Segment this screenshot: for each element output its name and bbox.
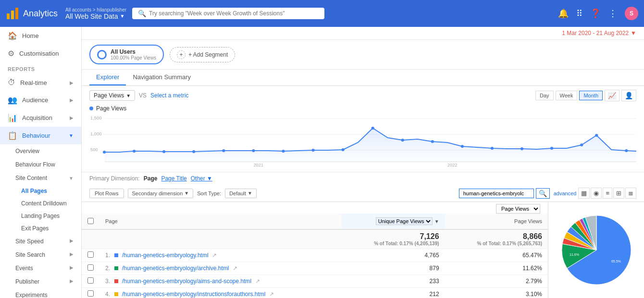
bar-chart-type-button[interactable]: 👤: [621, 90, 636, 101]
dim-page-link[interactable]: Page: [144, 175, 158, 182]
notifications-icon[interactable]: 🔔: [558, 8, 569, 19]
svg-text:1,500: 1,500: [90, 116, 101, 120]
help-icon[interactable]: ❓: [590, 8, 601, 19]
data-table: Page Views Page: [82, 202, 548, 298]
sidebar: 🏠 Home ⚙ Customisation REPORTS ⏱ Real-ti…: [0, 27, 82, 298]
data-table-area: Page Views Page: [82, 202, 644, 298]
table-row: 1. /human-genetics-embryology.html ↗ 4,7…: [82, 249, 548, 262]
tab-bar: Explorer Navigation Summary: [82, 70, 644, 86]
acquisition-expand-icon: ▶: [70, 115, 74, 120]
add-segment-button[interactable]: + + Add Segment: [170, 47, 235, 62]
sidebar-exit-pages[interactable]: Exit Pages: [0, 222, 81, 235]
table-row: 4. /human-genetics-embryology/instructio…: [82, 288, 548, 298]
advanced-link[interactable]: advanced: [554, 191, 577, 196]
page-link[interactable]: /human-genetics-embryology/aims-and-scop…: [122, 278, 251, 285]
external-link-icon[interactable]: ↗: [255, 278, 260, 285]
page-link[interactable]: /human-genetics-embryology.html: [122, 252, 209, 259]
svg-rect-2: [15, 8, 18, 19]
sidebar-landing-pages[interactable]: Landing Pages: [0, 210, 81, 222]
month-period-button[interactable]: Month: [579, 91, 603, 100]
external-link-icon[interactable]: ↗: [233, 265, 237, 272]
table-right-controls: 🔍 advanced ▦ ◉ ≡ ⊞ ≣: [459, 188, 636, 199]
svg-text:1,000: 1,000: [90, 131, 101, 136]
secondary-dimension-dropdown[interactable]: Secondary dimension ▼: [128, 189, 194, 198]
row-checkbox[interactable]: [87, 251, 94, 258]
chart-container: 1,500 1,000 500 2021 2022: [89, 114, 636, 168]
sidebar-overview[interactable]: Overview: [0, 144, 81, 158]
sidebar-behaviour-flow[interactable]: Behaviour Flow: [0, 158, 81, 171]
svg-point-24: [461, 145, 464, 148]
table-total-row: 7,126 % of Total: 0.17% (4,205,139) 8,86…: [82, 229, 548, 249]
apps-icon[interactable]: ⠿: [576, 8, 582, 19]
audience-icon: 👥: [8, 95, 17, 105]
svg-text:11.6%: 11.6%: [570, 253, 579, 256]
all-users-segment[interactable]: All Users 100.00% Page Views: [89, 45, 164, 64]
pie-view-button[interactable]: ◉: [591, 188, 602, 199]
segment-info: All Users 100.00% Page Views: [111, 48, 156, 60]
tab-explorer[interactable]: Explorer: [89, 70, 126, 85]
account-name[interactable]: All Web Site Data ▼: [65, 12, 126, 20]
sidebar-site-content[interactable]: Site Content ▼: [0, 171, 81, 185]
tab-navigation-summary[interactable]: Navigation Summary: [126, 70, 198, 85]
sidebar-all-pages[interactable]: All Pages: [0, 185, 81, 197]
data-view-button[interactable]: ▦: [578, 188, 590, 199]
reports-section-label: REPORTS: [0, 62, 81, 74]
svg-point-18: [282, 150, 285, 153]
compare-view-button[interactable]: ≣: [625, 188, 636, 199]
sort-type-dropdown[interactable]: Default ▼: [225, 189, 257, 198]
events-icon: ▶: [70, 265, 74, 272]
behaviour-icon: 📋: [8, 131, 17, 140]
sidebar-item-acquisition[interactable]: 📊 Acquisition ▶: [0, 109, 81, 127]
segment-bar: All Users 100.00% Page Views + + Add Seg…: [82, 40, 644, 70]
user-avatar[interactable]: S: [625, 7, 638, 20]
line-chart-type-button[interactable]: 📈: [605, 90, 619, 101]
search-bar[interactable]: 🔍: [132, 8, 324, 19]
sidebar-item-customisation[interactable]: ⚙ Customisation: [0, 45, 81, 62]
segment-pct: 100.00% Page Views: [111, 55, 156, 60]
day-period-button[interactable]: Day: [535, 91, 554, 100]
table-row: 2. /human-genetics-embryology/archive.ht…: [82, 262, 548, 275]
svg-rect-1: [11, 11, 14, 19]
sidebar-item-home[interactable]: 🏠 Home: [0, 27, 81, 45]
unique-page-views-header[interactable]: Unique Page Views ▼: [342, 214, 445, 229]
page-column-header[interactable]: Page: [99, 214, 342, 229]
select-metric-link[interactable]: Select a metric: [150, 92, 188, 99]
page-link[interactable]: /human-genetics-embryology/instructionsf…: [122, 291, 266, 298]
sort-down-icon: ▼: [434, 219, 439, 224]
sidebar-item-audience[interactable]: 👥 Audience ▶: [0, 91, 81, 109]
filter-search-input[interactable]: [459, 189, 534, 198]
sidebar-site-speed[interactable]: Site Speed ▶: [0, 235, 81, 248]
contribution-select[interactable]: Page Views: [496, 204, 540, 214]
page-views-dropdown[interactable]: Page Views ▼: [89, 90, 135, 101]
date-range[interactable]: 1 Mar 2020 - 21 Aug 2022 ▼: [562, 30, 636, 36]
sidebar-site-search[interactable]: Site Search ▶: [0, 248, 81, 262]
sidebar-experiments[interactable]: Experiments: [0, 288, 81, 298]
row-color-dot: [114, 292, 118, 296]
sidebar-item-behaviour[interactable]: 📋 Behaviour ▼: [0, 127, 81, 144]
sidebar-publisher[interactable]: Publisher ▶: [0, 275, 81, 288]
external-link-icon[interactable]: ↗: [212, 252, 217, 259]
sidebar-content-drilldown[interactable]: Content Drilldown: [0, 197, 81, 210]
sidebar-item-realtime[interactable]: ⏱ Real-time ▶: [0, 74, 81, 91]
svg-point-29: [595, 134, 598, 137]
search-input[interactable]: [149, 10, 319, 17]
dim-page-title-link[interactable]: Page Title: [161, 175, 186, 182]
svg-point-27: [550, 147, 553, 150]
select-all-checkbox[interactable]: [87, 218, 94, 224]
week-period-button[interactable]: Week: [556, 91, 578, 100]
external-link-icon[interactable]: ↗: [269, 291, 274, 298]
unique-pv-select[interactable]: Unique Page Views: [376, 217, 433, 225]
row-checkbox[interactable]: [87, 277, 94, 284]
main-layout: 🏠 Home ⚙ Customisation REPORTS ⏱ Real-ti…: [0, 27, 644, 298]
filter-search-icon[interactable]: 🔍: [536, 188, 550, 199]
bar-view-button[interactable]: ≡: [603, 188, 612, 199]
plot-rows-button[interactable]: Plot Rows: [89, 189, 124, 198]
site-search-icon: ▶: [70, 251, 74, 258]
row-checkbox[interactable]: [87, 264, 94, 271]
sidebar-events[interactable]: Events ▶: [0, 262, 81, 275]
more-icon[interactable]: ⋮: [608, 8, 617, 19]
row-checkbox[interactable]: [87, 290, 94, 297]
pivot-view-button[interactable]: ⊞: [613, 188, 624, 199]
page-link[interactable]: /human-genetics-embryology/archive.html: [122, 265, 229, 272]
dim-other-link[interactable]: Other ▼: [191, 175, 212, 182]
